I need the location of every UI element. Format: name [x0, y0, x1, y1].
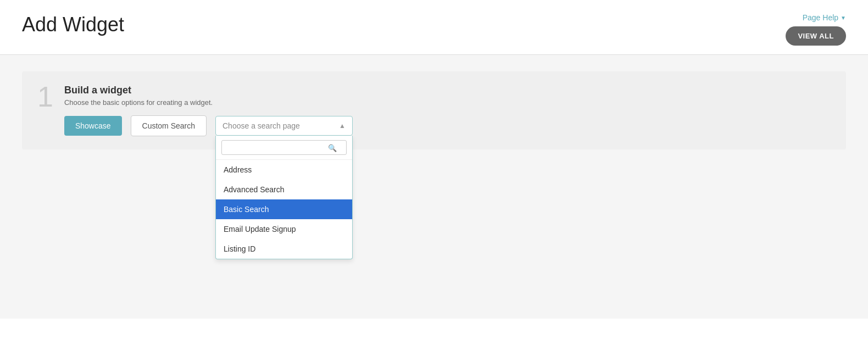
- dropdown-placeholder: Choose a search page: [222, 121, 300, 130]
- step-section: 1 Build a widget Choose the basic option…: [22, 71, 846, 149]
- page-title: Add Widget: [22, 13, 124, 36]
- step-content: Build a widget Choose the basic options …: [64, 85, 831, 136]
- dropdown-item-listing-id[interactable]: Listing ID: [216, 239, 352, 259]
- dropdown-search-input[interactable]: [221, 140, 347, 155]
- showcase-button[interactable]: Showcase: [64, 116, 122, 136]
- main-content: 1 Build a widget Choose the basic option…: [0, 55, 868, 319]
- chevron-down-icon: ▼: [841, 15, 846, 21]
- dropdown-menu: 🔍 Address Advanced Search Basic Search E…: [215, 136, 353, 259]
- chevron-up-icon: ▲: [339, 122, 346, 130]
- dropdown-search-area: 🔍: [216, 136, 352, 160]
- dropdown-item-email-update[interactable]: Email Update Signup: [216, 219, 352, 239]
- dropdown-search-wrap: 🔍: [221, 140, 347, 155]
- step-description: Choose the basic options for creating a …: [64, 98, 831, 107]
- dropdown-item-address[interactable]: Address: [216, 160, 352, 180]
- dropdown-item-basic-search[interactable]: Basic Search: [216, 199, 352, 219]
- header: Add Widget Page Help ▼ VIEW ALL: [0, 0, 868, 55]
- dropdown-item-advanced-search[interactable]: Advanced Search: [216, 180, 352, 199]
- step-title: Build a widget: [64, 85, 831, 96]
- page-help-link[interactable]: Page Help ▼: [803, 13, 846, 22]
- search-page-dropdown[interactable]: Choose a search page ▲ 🔍 A: [215, 116, 353, 136]
- page-wrapper: Add Widget Page Help ▼ VIEW ALL 1 Build …: [0, 0, 868, 345]
- dropdown-items-list: Address Advanced Search Basic Search Ema…: [216, 160, 352, 259]
- custom-search-button[interactable]: Custom Search: [131, 115, 207, 136]
- dropdown-trigger[interactable]: Choose a search page ▲: [215, 116, 353, 136]
- view-all-button[interactable]: VIEW ALL: [786, 26, 846, 46]
- widget-options: Showcase Custom Search Choose a search p…: [64, 115, 831, 136]
- step-number: 1: [37, 82, 53, 111]
- page-help-label: Page Help: [803, 13, 838, 22]
- header-right: Page Help ▼ VIEW ALL: [786, 13, 846, 46]
